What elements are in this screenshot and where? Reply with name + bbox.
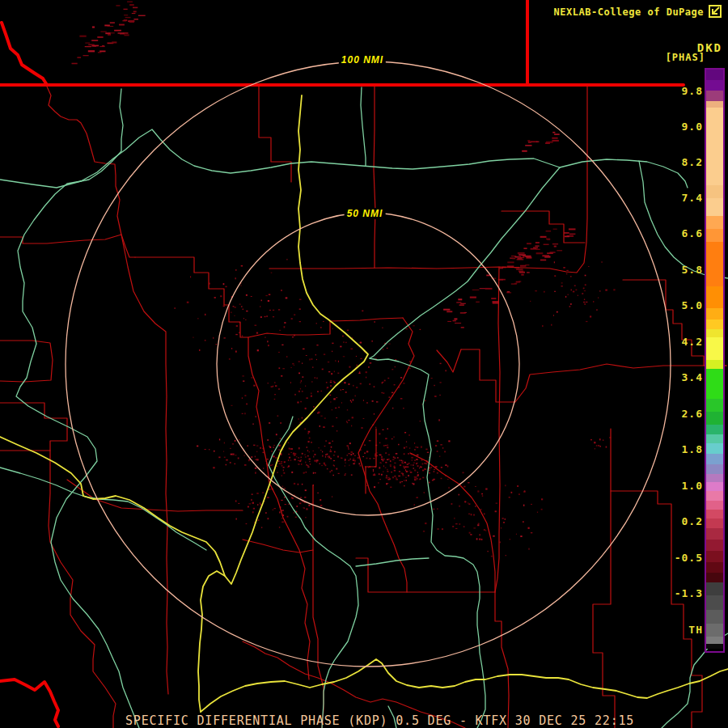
radar-echo: [484, 513, 485, 514]
radar-echo: [332, 470, 332, 472]
radar-echo: [476, 538, 478, 540]
radar-echo: [327, 454, 328, 455]
radar-echo: [554, 275, 556, 277]
radar-echo: [409, 368, 411, 369]
radar-echo: [485, 530, 486, 531]
color-scale-tick-label: 1.0: [682, 480, 703, 492]
radar-echo: [478, 523, 480, 524]
radar-echo: [323, 321, 324, 322]
radar-echo: [241, 265, 243, 267]
radar-echo: [333, 381, 335, 382]
radar-echo: [332, 409, 333, 410]
radar-echo: [594, 442, 595, 443]
radar-echo: [320, 416, 322, 417]
radar-echo: [333, 465, 334, 466]
radar-echo: [304, 455, 306, 455]
radar-echo: [414, 442, 415, 444]
color-scale-segment: [706, 369, 723, 399]
radar-echo: [187, 302, 189, 303]
radar-echo: [528, 142, 531, 143]
color-scale-tick-label: 4.2: [682, 336, 703, 348]
color-scale-segment: [706, 510, 723, 518]
radar-echo: [374, 386, 375, 387]
radar-echo: [298, 418, 299, 420]
radar-echo: [92, 27, 95, 28]
radar-echo: [283, 467, 285, 468]
radar-echo: [298, 463, 299, 464]
radar-echo: [79, 36, 86, 37]
radar-echo: [129, 4, 134, 6]
radar-echo: [239, 304, 241, 305]
color-scale-segment: [706, 80, 723, 91]
radar-echo: [350, 400, 351, 402]
radar-echo: [345, 460, 346, 461]
radar-echo: [290, 448, 291, 449]
radar-echo: [419, 468, 420, 468]
radar-echo: [380, 463, 382, 463]
radar-echo: [281, 461, 282, 463]
radar-echo: [290, 367, 291, 368]
radar-echo: [338, 473, 340, 474]
radar-echo: [385, 462, 387, 463]
radar-echo: [542, 325, 544, 327]
radar-echo: [364, 445, 366, 447]
radar-echo: [531, 504, 532, 505]
radar-echo: [345, 392, 347, 393]
radar-echo: [518, 254, 526, 256]
radar-echo: [336, 430, 337, 431]
color-scale-tick-label: 5.8: [682, 265, 703, 276]
radar-echo: [530, 301, 531, 302]
radar-echo: [463, 472, 464, 474]
radar-echo: [374, 486, 375, 488]
radar-echo: [485, 288, 493, 290]
radar-echo: [224, 337, 226, 338]
radar-echo: [309, 461, 310, 462]
radar-echo: [404, 485, 404, 487]
radar-echo: [275, 385, 277, 387]
radar-echo: [281, 518, 282, 518]
radar-echo: [269, 446, 270, 447]
radar-echo: [343, 341, 344, 343]
radar-echo: [384, 380, 386, 382]
radar-echo: [440, 395, 441, 396]
radar-echo: [124, 19, 128, 21]
radar-echo: [252, 493, 253, 495]
radar-echo: [514, 256, 521, 258]
radar-echo: [281, 522, 283, 523]
radar-echo: [265, 316, 266, 317]
radar-echo: [468, 482, 469, 483]
radar-echo: [596, 310, 598, 311]
radar-echo: [416, 497, 418, 498]
radar-echo: [459, 304, 464, 306]
range-ring: [217, 213, 519, 515]
radar-echo: [399, 459, 400, 461]
radar-echo: [379, 442, 380, 444]
radar-echo: [275, 457, 277, 459]
radar-echo: [231, 348, 232, 349]
color-scale-segment: [706, 501, 723, 510]
radar-echo: [294, 455, 296, 456]
radar-echo: [278, 461, 280, 462]
radar-echo: [281, 500, 282, 501]
radar-echo: [408, 453, 409, 455]
radar-echo: [585, 284, 586, 286]
radar-echo: [406, 442, 407, 442]
radar-echo: [323, 426, 325, 428]
radar-echo: [315, 460, 316, 462]
radar-echo: [345, 463, 346, 463]
county-line: [0, 235, 121, 243]
color-scale-segment: [706, 242, 723, 286]
radar-echo: [233, 306, 235, 307]
radar-echo: [398, 476, 400, 477]
radar-echo: [373, 469, 374, 471]
radar-echo: [379, 433, 380, 434]
radar-echo: [552, 132, 555, 133]
radar-echo: [112, 41, 116, 43]
radar-echo: [375, 474, 375, 476]
radar-echo: [273, 447, 274, 448]
county-line: [121, 235, 168, 694]
radar-echo: [353, 453, 354, 455]
radar-echo: [366, 377, 366, 379]
radar-echo: [535, 242, 540, 243]
radar-echo: [305, 386, 306, 387]
